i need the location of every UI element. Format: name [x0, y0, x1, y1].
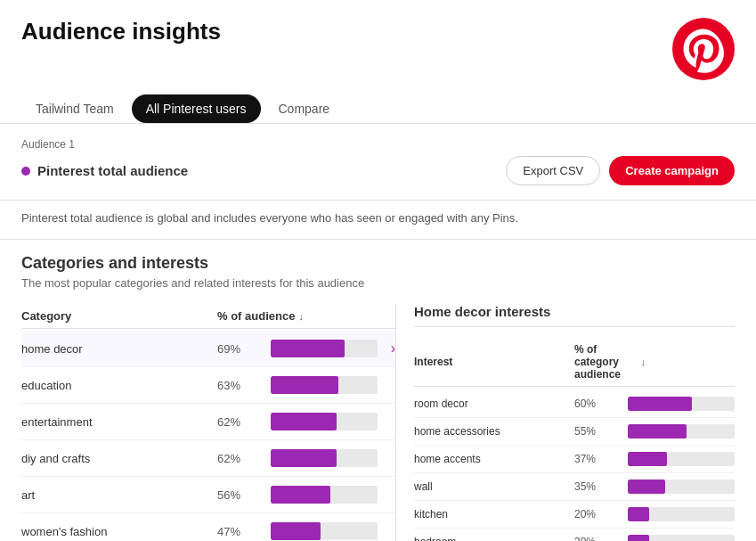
- category-bar-fill: [271, 449, 337, 467]
- export-csv-button[interactable]: Export CSV: [506, 156, 600, 185]
- interest-bar-fill: [628, 397, 692, 411]
- audience-info: Pinterest total audience Export CSV Crea…: [21, 156, 735, 185]
- chevron-right-icon: ›: [378, 340, 395, 357]
- category-bar-fill: [271, 340, 345, 357]
- list-item: home accents 37%: [414, 446, 735, 473]
- interest-pct: 35%: [574, 480, 628, 493]
- audience-label: Audience 1: [21, 138, 735, 151]
- interest-bar-fill: [628, 535, 649, 541]
- interest-name: kitchen: [414, 508, 574, 521]
- interests-panel: Home decor interests Interest % of categ…: [395, 304, 735, 541]
- category-pct: 62%: [217, 415, 271, 429]
- table-row[interactable]: education 63%: [21, 367, 395, 404]
- table-row[interactable]: entertainment 62%: [21, 404, 395, 440]
- categories-section: Categories and interests The most popula…: [0, 240, 756, 541]
- category-pct: 62%: [217, 452, 271, 465]
- interest-name: room decor: [414, 398, 574, 410]
- category-bar-fill: [271, 376, 338, 394]
- category-bar-fill: [271, 413, 337, 430]
- interest-pct: 20%: [574, 536, 628, 541]
- interests-header: Interest % of category audience ↓: [414, 338, 735, 387]
- list-item: kitchen 20%: [414, 501, 735, 529]
- sort-arrow-icon: ↓: [298, 311, 304, 322]
- category-col-label: Category: [21, 309, 71, 323]
- interest-bar: [628, 535, 735, 541]
- interest-bar-fill: [628, 424, 687, 439]
- interest-name-label: Interest: [414, 356, 452, 368]
- interests-rows: room decor 60% home accessories 55% home…: [414, 390, 735, 541]
- audience-name-text: Pinterest total audience: [37, 163, 188, 178]
- interest-pct-label: % of category audience: [574, 343, 638, 381]
- interest-bar: [628, 397, 735, 411]
- category-pct: 63%: [217, 379, 271, 392]
- list-item: home accessories 55%: [414, 418, 735, 446]
- category-col-header: Category: [21, 309, 217, 323]
- interest-pct-header: % of category audience ↓: [574, 343, 646, 381]
- interest-bar-fill: [628, 507, 649, 521]
- tab-all-pinterest[interactable]: All Pinterest users: [132, 94, 261, 123]
- category-bar: [271, 486, 378, 504]
- category-bar-fill: [271, 486, 330, 504]
- audience-description: Pinterest total audience is global and i…: [0, 201, 756, 240]
- category-bar: [271, 522, 378, 540]
- section-subtitle: The most popular categories and related …: [21, 276, 735, 290]
- interest-bar: [628, 480, 735, 494]
- tab-compare[interactable]: Compare: [264, 94, 345, 123]
- audience-name: Pinterest total audience: [21, 163, 188, 178]
- interest-bar: [628, 452, 735, 466]
- category-bar: [271, 413, 378, 430]
- content-grid: Category % of audience ↓ home decor 69% …: [21, 304, 735, 541]
- category-name: women's fashion: [21, 525, 217, 538]
- audience-section: Audience 1 Pinterest total audience Expo…: [0, 124, 756, 201]
- category-pct: 56%: [217, 488, 271, 502]
- table-row[interactable]: art 56%: [21, 477, 395, 513]
- interest-name-header: Interest: [414, 343, 574, 381]
- audience-actions: Export CSV Create campaign: [506, 156, 735, 185]
- category-pct: 47%: [217, 525, 271, 538]
- table-row[interactable]: diy and crafts 62%: [21, 440, 395, 477]
- page-title: Audience insights: [21, 18, 221, 45]
- category-name: art: [21, 488, 217, 502]
- page-header: Audience insights: [0, 0, 756, 80]
- table-header: Category % of audience ↓: [21, 304, 395, 329]
- categories-table: Category % of audience ↓ home decor 69% …: [21, 304, 395, 541]
- interest-name: bedroom: [414, 536, 574, 541]
- table-row[interactable]: women's fashion 47%: [21, 513, 395, 541]
- interest-pct: 20%: [574, 508, 628, 521]
- interests-title: Home decor interests: [414, 304, 735, 327]
- interest-bar: [628, 507, 735, 521]
- interest-pct: 37%: [574, 453, 628, 465]
- category-name: home decor: [21, 342, 217, 356]
- tabs-nav: Tailwind Team All Pinterest users Compar…: [0, 80, 756, 124]
- interest-name: home accessories: [414, 425, 574, 438]
- interest-bar: [628, 424, 735, 439]
- category-name: education: [21, 379, 217, 392]
- category-bar: [271, 340, 378, 357]
- interest-name: home accents: [414, 453, 574, 465]
- pct-col-header: % of audience ↓: [217, 309, 395, 323]
- category-bar: [271, 449, 378, 467]
- interest-bar-fill: [628, 452, 667, 466]
- category-bar: [271, 376, 378, 394]
- interest-pct: 55%: [574, 425, 628, 438]
- categories-rows: home decor 69% › education 63% entertain…: [21, 331, 395, 541]
- pct-col-label: % of audience: [217, 309, 295, 323]
- category-bar-fill: [271, 522, 321, 540]
- category-name: entertainment: [21, 415, 217, 429]
- create-campaign-button[interactable]: Create campaign: [609, 156, 735, 185]
- list-item: wall 35%: [414, 473, 735, 501]
- category-pct: 69%: [217, 342, 271, 356]
- audience-dot-icon: [21, 167, 30, 176]
- interest-name: wall: [414, 480, 574, 493]
- table-row[interactable]: home decor 69% ›: [21, 331, 395, 367]
- interest-pct: 60%: [574, 398, 628, 410]
- tab-tailwind-team[interactable]: Tailwind Team: [21, 94, 128, 123]
- list-item: room decor 60%: [414, 390, 735, 418]
- category-name: diy and crafts: [21, 452, 217, 465]
- interest-bar-fill: [628, 480, 665, 494]
- pinterest-logo: [672, 18, 735, 80]
- section-title: Categories and interests: [21, 254, 735, 273]
- list-item: bedroom 20%: [414, 529, 735, 541]
